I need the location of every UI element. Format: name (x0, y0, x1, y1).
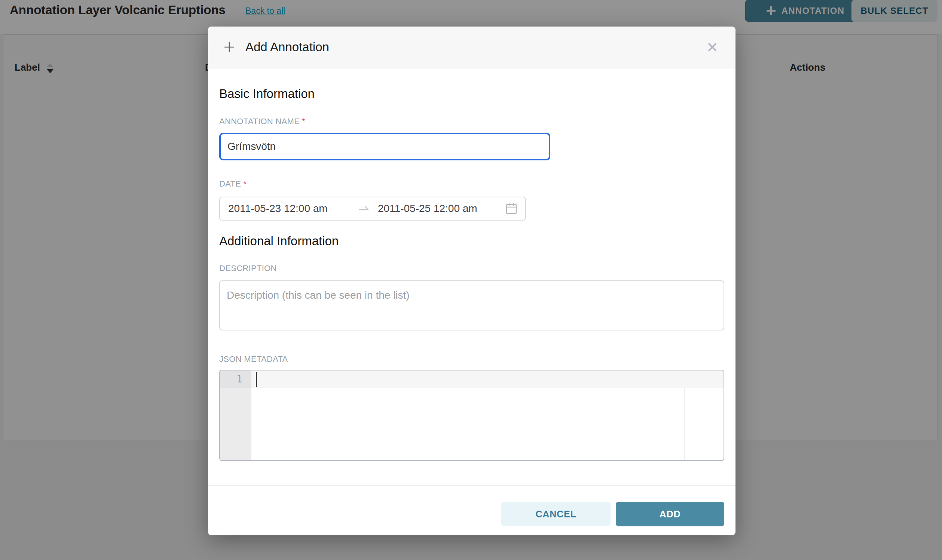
close-icon (706, 41, 718, 53)
modal-body: Basic Information ANNOTATION NAME* DATE*… (208, 86, 735, 526)
editor-active-line (251, 371, 723, 388)
add-button[interactable]: ADD (616, 502, 724, 526)
annotation-name-label: ANNOTATION NAME* (219, 116, 724, 127)
date-start-value[interactable]: 2011-05-23 12:00 am (228, 203, 335, 215)
close-button[interactable] (706, 41, 718, 53)
editor-cursor (256, 372, 257, 387)
section-basic-information: Basic Information (219, 86, 724, 102)
date-label: DATE* (219, 179, 724, 189)
json-metadata-editor[interactable]: 1 (219, 370, 724, 461)
editor-print-margin (684, 388, 685, 460)
annotation-name-input[interactable] (219, 133, 550, 160)
section-additional-information: Additional Information (219, 233, 724, 249)
json-metadata-label: JSON METADATA (219, 354, 724, 365)
app-root: Annotation Layer Volcanic Eruptions Back… (0, 0, 942, 560)
modal-footer: CANCEL ADD (219, 486, 724, 526)
modal-header: Add Annotation (208, 26, 735, 68)
required-asterisk: * (243, 179, 247, 188)
date-range-picker[interactable]: 2011-05-23 12:00 am 2011-05-25 12:00 am (219, 197, 526, 220)
add-annotation-modal: Add Annotation Basic Information ANNOTAT… (208, 26, 735, 535)
range-arrow-icon (358, 205, 370, 212)
modal-title: Add Annotation (245, 40, 329, 54)
description-textarea[interactable] (219, 280, 724, 331)
date-end-value[interactable]: 2011-05-25 12:00 am (378, 203, 477, 215)
plus-icon (223, 41, 236, 54)
cancel-button[interactable]: CANCEL (501, 502, 611, 526)
required-asterisk: * (302, 117, 305, 126)
calendar-icon (506, 203, 517, 215)
editor-gutter: 1 (220, 371, 251, 460)
description-label: DESCRIPTION (219, 263, 724, 274)
editor-line-number: 1 (220, 371, 251, 388)
